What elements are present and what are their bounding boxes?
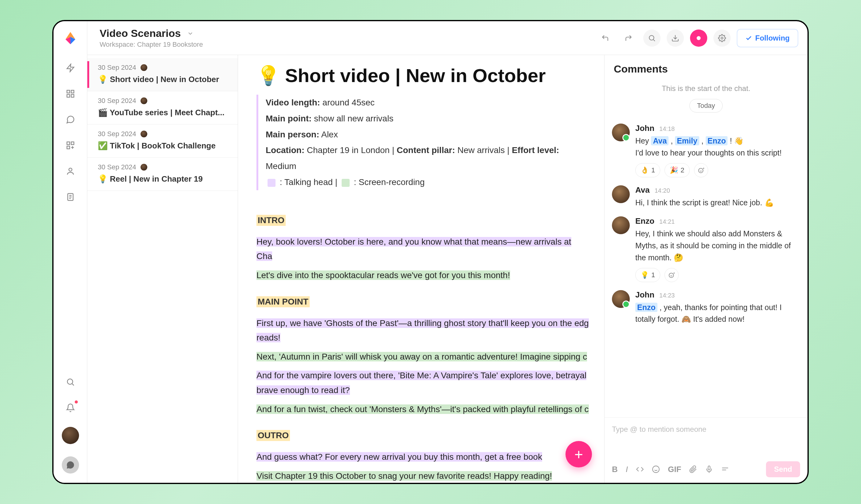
- following-button[interactable]: Following: [737, 29, 798, 47]
- comment-author: Enzo: [635, 216, 654, 226]
- title-block: Video Scenarios Workspace: Chapter 19 Bo…: [100, 27, 203, 48]
- comment-time: 14:18: [659, 125, 675, 132]
- mention[interactable]: Enzo: [706, 136, 728, 145]
- svg-rect-4: [67, 90, 69, 93]
- document-title: 💡 Short video | New in October: [257, 64, 589, 87]
- svg-line-21: [653, 40, 655, 41]
- document-title-text: Short video | New in October: [285, 65, 546, 86]
- document-list: 30 Sep 2024💡 Short video | New in Octobe…: [87, 55, 238, 483]
- svg-rect-6: [67, 95, 69, 97]
- bolt-icon[interactable]: [64, 61, 77, 75]
- gif-icon[interactable]: GIF: [668, 465, 681, 474]
- comment-time: 14:23: [659, 292, 675, 299]
- comments-title: Comments: [614, 63, 798, 75]
- comment-avatar[interactable]: [612, 124, 630, 141]
- doc-list-title: 💡 Reel | New in Chapter 19: [98, 174, 227, 184]
- comment-avatar[interactable]: [612, 216, 630, 234]
- comment-body: Hey Ava , Emily , Enzo ! 👋I'd love to he…: [635, 135, 800, 159]
- comment-time: 14:21: [659, 218, 675, 225]
- doc-date: 30 Sep 2024: [98, 163, 136, 171]
- undo-icon[interactable]: [597, 29, 614, 47]
- app-window: Video Scenarios Workspace: Chapter 19 Bo…: [52, 20, 809, 484]
- italic-icon[interactable]: I: [626, 465, 628, 474]
- comment-author: John: [635, 124, 654, 133]
- composer-toolbar: B I GIF Send: [612, 461, 800, 477]
- doc-date: 30 Sep 2024: [98, 97, 136, 105]
- document-list-item[interactable]: 30 Sep 2024💡 Reel | New in Chapter 19: [87, 158, 238, 191]
- reaction-pill[interactable]: 💡1: [635, 268, 660, 282]
- script-line[interactable]: And guess what? For every new arrival yo…: [257, 450, 589, 464]
- mention[interactable]: Ava: [651, 136, 669, 145]
- chevron-down-icon[interactable]: [187, 30, 194, 37]
- reaction-pill[interactable]: 👌1: [635, 163, 660, 177]
- add-reaction-icon[interactable]: [694, 163, 708, 177]
- app-logo: [63, 30, 78, 46]
- script-line[interactable]: Next, 'Autumn in Paris' will whisk you a…: [257, 349, 589, 364]
- svg-rect-38: [708, 466, 710, 470]
- comment-avatar[interactable]: [612, 290, 630, 308]
- current-user-avatar[interactable]: [62, 427, 79, 444]
- script-line[interactable]: And for a fun twist, check out 'Monsters…: [257, 402, 589, 417]
- document-list-item[interactable]: 30 Sep 2024💡 Short video | New in Octobe…: [87, 58, 238, 91]
- script-line[interactable]: First up, we have 'Ghosts of the Past'—a…: [257, 316, 589, 345]
- code-icon[interactable]: [636, 465, 644, 473]
- svg-rect-7: [71, 95, 74, 97]
- bell-icon[interactable]: [64, 401, 77, 415]
- add-reaction-icon[interactable]: [665, 268, 679, 282]
- svg-point-18: [67, 379, 73, 384]
- users-icon[interactable]: [64, 165, 77, 178]
- svg-point-13: [69, 168, 72, 171]
- script-line[interactable]: And for the vampire lovers out there, 'B…: [257, 368, 589, 397]
- doc-date: 30 Sep 2024: [98, 64, 136, 72]
- search-top-icon[interactable]: [643, 29, 660, 47]
- comments-panel: Comments This is the start of the chat. …: [604, 55, 807, 483]
- help-chat-icon[interactable]: [62, 456, 79, 474]
- grid-icon[interactable]: [64, 87, 77, 100]
- comment-input[interactable]: Type @ to mention someone: [612, 425, 800, 459]
- body: 30 Sep 2024💡 Short video | New in Octobe…: [87, 55, 807, 483]
- mention[interactable]: Emily: [675, 136, 699, 145]
- reaction-pill[interactable]: 🎉2: [665, 163, 689, 177]
- comment-message: Ava14:20Hi, I think the script is great!…: [612, 185, 800, 209]
- script-line[interactable]: Hey, book lovers! October is here, and y…: [257, 235, 589, 264]
- svg-rect-8: [67, 142, 69, 145]
- script-line[interactable]: Visit Chapter 19 this October to snag yo…: [257, 468, 589, 483]
- apps-icon[interactable]: [64, 139, 77, 152]
- section-label: OUTRO: [257, 430, 290, 441]
- mic-icon[interactable]: [705, 465, 713, 473]
- download-icon[interactable]: [667, 29, 684, 47]
- section-label: MAIN POINT: [257, 296, 310, 307]
- editor[interactable]: 💡 Short video | New in October Video len…: [238, 55, 604, 483]
- add-button[interactable]: +: [565, 441, 592, 467]
- send-button[interactable]: Send: [766, 461, 800, 477]
- main-column: Video Scenarios Workspace: Chapter 19 Bo…: [87, 21, 807, 483]
- emoji-icon[interactable]: [652, 465, 660, 473]
- section-label: INTRO: [257, 215, 286, 226]
- author-avatar-small: [140, 164, 147, 171]
- document-list-item[interactable]: 30 Sep 2024🎬 YouTube series | Meet Chapt…: [87, 91, 238, 124]
- document-list-item[interactable]: 30 Sep 2024✅ TikTok | BookTok Challenge: [87, 124, 238, 158]
- mention[interactable]: Enzo: [635, 303, 657, 312]
- gear-icon[interactable]: [713, 29, 730, 47]
- svg-point-35: [653, 466, 659, 473]
- author-avatar-small: [140, 130, 147, 137]
- workspace-label: Workspace: Chapter 19 Bookstore: [100, 41, 203, 48]
- comment-thread: John14:18Hey Ava , Emily , Enzo ! 👋I'd l…: [604, 115, 807, 417]
- redo-icon[interactable]: [620, 29, 637, 47]
- comment-avatar[interactable]: [612, 185, 630, 203]
- comment-body: Hey, I think we should also add Monsters…: [635, 228, 800, 263]
- svg-point-24: [721, 37, 723, 39]
- bulb-icon: 💡: [257, 64, 280, 87]
- svg-point-20: [649, 36, 654, 40]
- bold-icon[interactable]: B: [612, 465, 618, 474]
- record-icon[interactable]: [690, 29, 707, 47]
- chat-icon[interactable]: [64, 113, 77, 126]
- script-line[interactable]: Let's dive into the spooktacular reads w…: [257, 268, 589, 283]
- more-icon[interactable]: [721, 465, 729, 473]
- svg-point-25: [698, 168, 703, 173]
- doc-date: 30 Sep 2024: [98, 130, 136, 138]
- attachment-icon[interactable]: [689, 465, 697, 473]
- search-icon[interactable]: [64, 375, 77, 389]
- author-avatar-small: [140, 64, 147, 71]
- document-icon[interactable]: [64, 190, 77, 204]
